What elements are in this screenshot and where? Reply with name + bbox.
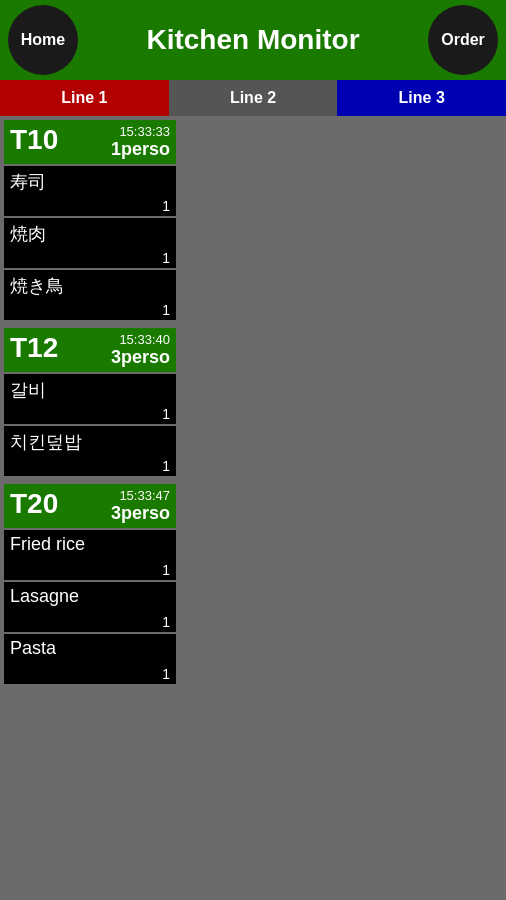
order-info-t20: 15:33:47 3perso bbox=[111, 488, 170, 524]
item-qty: 1 bbox=[10, 302, 170, 318]
order-info-t12: 15:33:40 3perso bbox=[111, 332, 170, 368]
order-spacer bbox=[4, 322, 176, 326]
table-row: 焼肉 1 bbox=[4, 218, 176, 268]
item-name: 焼肉 bbox=[10, 222, 170, 246]
table-row: 焼き鳥 1 bbox=[4, 270, 176, 320]
item-name: Fried rice bbox=[10, 534, 170, 555]
order-table-t12: T12 bbox=[10, 332, 58, 364]
item-name: Lasagne bbox=[10, 586, 170, 607]
line1-column: T10 15:33:33 1perso 寿司 1 焼肉 1 焼き鳥 1 T12 … bbox=[4, 120, 176, 684]
item-qty: 1 bbox=[10, 406, 170, 422]
order-persons: 3perso bbox=[111, 347, 170, 368]
item-qty: 1 bbox=[10, 562, 170, 578]
app-title: Kitchen Monitor bbox=[78, 24, 428, 56]
order-button[interactable]: Order bbox=[428, 5, 498, 75]
order-card-t10: T10 15:33:33 1perso bbox=[4, 120, 176, 164]
table-row: Fried rice 1 bbox=[4, 530, 176, 580]
table-row: Lasagne 1 bbox=[4, 582, 176, 632]
item-qty: 1 bbox=[10, 198, 170, 214]
item-qty: 1 bbox=[10, 458, 170, 474]
order-table-t20: T20 bbox=[10, 488, 58, 520]
home-button[interactable]: Home bbox=[8, 5, 78, 75]
item-name: 치킨덮밥 bbox=[10, 430, 170, 454]
order-table-t10: T10 bbox=[10, 124, 58, 156]
item-name: 갈비 bbox=[10, 378, 170, 402]
order-persons: 3perso bbox=[111, 503, 170, 524]
table-row: Pasta 1 bbox=[4, 634, 176, 684]
item-name: Pasta bbox=[10, 638, 170, 659]
item-name: 寿司 bbox=[10, 170, 170, 194]
content-area: T10 15:33:33 1perso 寿司 1 焼肉 1 焼き鳥 1 T12 … bbox=[0, 116, 506, 688]
table-row: 갈비 1 bbox=[4, 374, 176, 424]
item-name: 焼き鳥 bbox=[10, 274, 170, 298]
order-card-t12: T12 15:33:40 3perso bbox=[4, 328, 176, 372]
order-card-t20: T20 15:33:47 3perso bbox=[4, 484, 176, 528]
order-spacer bbox=[4, 478, 176, 482]
order-time: 15:33:47 bbox=[111, 488, 170, 503]
order-persons: 1perso bbox=[111, 139, 170, 160]
tab-line2[interactable]: Line 2 bbox=[169, 80, 338, 116]
order-info-t10: 15:33:33 1perso bbox=[111, 124, 170, 160]
tab-line1[interactable]: Line 1 bbox=[0, 80, 169, 116]
item-qty: 1 bbox=[10, 614, 170, 630]
table-row: 치킨덮밥 1 bbox=[4, 426, 176, 476]
header: Home Kitchen Monitor Order bbox=[0, 0, 506, 80]
table-row: 寿司 1 bbox=[4, 166, 176, 216]
order-time: 15:33:40 bbox=[111, 332, 170, 347]
order-time: 15:33:33 bbox=[111, 124, 170, 139]
item-qty: 1 bbox=[10, 666, 170, 682]
tab-bar: Line 1 Line 2 Line 3 bbox=[0, 80, 506, 116]
item-qty: 1 bbox=[10, 250, 170, 266]
tab-line3[interactable]: Line 3 bbox=[337, 80, 506, 116]
